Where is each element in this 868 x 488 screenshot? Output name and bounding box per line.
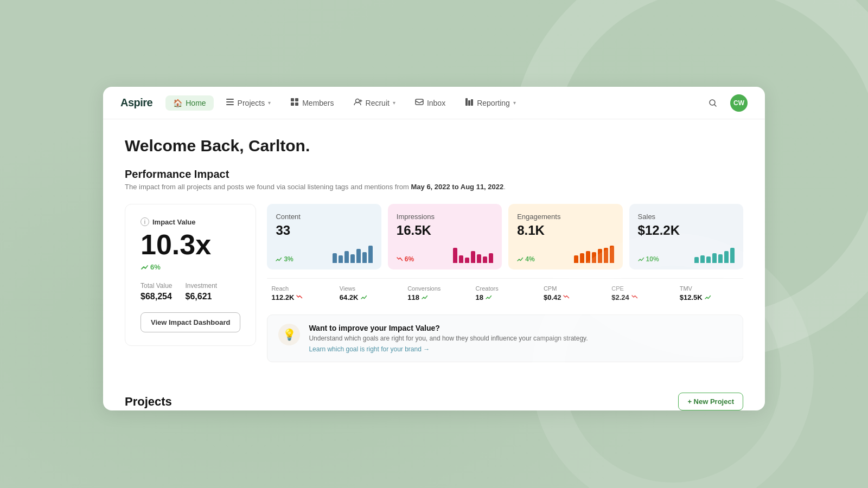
view-impact-dashboard-button[interactable]: View Impact Dashboard xyxy=(141,312,240,332)
svg-rect-11 xyxy=(471,99,473,106)
nav-projects[interactable]: Projects ▾ xyxy=(218,94,279,111)
impact-info-icon[interactable]: i xyxy=(141,217,149,226)
user-avatar[interactable]: CW xyxy=(730,94,748,112)
inbox-icon xyxy=(415,98,424,108)
reach-trend-icon xyxy=(296,294,303,301)
metric-card-content: Content 33 3% xyxy=(267,204,381,269)
content-trend: 3% xyxy=(276,255,293,263)
cpe-trend-icon xyxy=(631,294,638,301)
nav-inbox[interactable]: Inbox xyxy=(407,94,453,111)
impressions-trend: 6% xyxy=(397,255,414,263)
sales-chart xyxy=(694,243,735,263)
engagements-chart xyxy=(574,243,614,263)
impact-value-box: i Impact Value 10.3x 6% Total Value $68,… xyxy=(125,204,256,346)
impact-stats: Total Value $68,254 Investment $6,621 xyxy=(141,282,240,301)
engagements-trend: 4% xyxy=(517,255,534,263)
metric-card-impressions: Impressions 16.5K 6% xyxy=(388,204,502,269)
conversions-trend-icon xyxy=(422,294,428,301)
performance-grid: i Impact Value 10.3x 6% Total Value $68,… xyxy=(125,204,743,362)
metric-card-sales: Sales $12.2K 10% xyxy=(629,204,743,269)
impact-trend: 6% xyxy=(141,263,240,271)
reporting-icon xyxy=(465,98,474,108)
stat-creators: Creators 18 xyxy=(471,281,539,306)
members-icon xyxy=(290,98,299,108)
impressions-chart xyxy=(453,243,493,263)
stat-cpm: CPM $0.42 xyxy=(539,281,607,306)
metric-card-engagements: Engagements 8.1K 4% xyxy=(508,204,622,269)
svg-rect-9 xyxy=(465,98,468,106)
recruit-icon xyxy=(354,98,362,108)
tmv-trend-icon xyxy=(705,294,711,301)
views-trend-icon xyxy=(361,294,367,301)
svg-rect-0 xyxy=(226,99,234,100)
reporting-chevron-icon: ▾ xyxy=(513,100,516,106)
recruit-chevron-icon: ▾ xyxy=(393,100,395,106)
navbar: Aspire 🏠 Home Projects ▾ Members Recruit… xyxy=(103,87,765,119)
stat-reach: Reach 112.2K xyxy=(267,281,335,306)
projects-header: Projects + New Project xyxy=(103,380,765,410)
stat-views: Views 64.2K xyxy=(335,281,403,306)
improve-link[interactable]: Learn which goal is right for your brand… xyxy=(309,345,588,353)
stat-tmv: TMV $12.5K xyxy=(675,281,743,306)
sales-trend: 10% xyxy=(638,255,659,263)
svg-rect-1 xyxy=(226,101,234,102)
svg-rect-10 xyxy=(468,100,470,106)
section-title: Performance Impact xyxy=(125,168,743,181)
svg-rect-4 xyxy=(295,98,298,101)
creators-trend-icon xyxy=(486,294,492,301)
nav-recruit[interactable]: Recruit ▾ xyxy=(346,94,403,111)
cpm-trend-icon xyxy=(563,294,570,301)
improve-content: Want to improve your Impact Value? Under… xyxy=(309,324,588,353)
svg-rect-2 xyxy=(226,104,234,105)
improve-impact-card: 💡 Want to improve your Impact Value? Und… xyxy=(267,314,743,362)
app-logo: Aspire xyxy=(120,97,152,109)
nav-members[interactable]: Members xyxy=(283,94,341,111)
search-button[interactable] xyxy=(704,94,722,112)
svg-point-12 xyxy=(710,100,715,105)
projects-title: Projects xyxy=(125,395,172,409)
new-project-button[interactable]: + New Project xyxy=(678,393,743,410)
content-chart xyxy=(333,243,373,263)
investment-stat: Investment $6,621 xyxy=(185,282,217,301)
home-icon: 🏠 xyxy=(173,99,182,107)
impact-number: 10.3x xyxy=(141,230,240,259)
metric-cards-row: Content 33 3% xyxy=(267,204,743,269)
svg-rect-6 xyxy=(295,102,298,106)
metrics-column: Content 33 3% xyxy=(267,204,743,362)
projects-icon xyxy=(226,98,234,108)
small-stats-row: Reach 112.2K Views 64.2K xyxy=(267,278,743,306)
section-subtitle: The impact from all projects and posts w… xyxy=(125,183,743,191)
nav-reporting[interactable]: Reporting ▾ xyxy=(457,94,524,111)
stat-conversions: Conversions 118 xyxy=(403,281,471,306)
lightbulb-icon: 💡 xyxy=(278,324,300,345)
welcome-title: Welcome Back, Carlton. xyxy=(125,137,743,155)
nav-home[interactable]: 🏠 Home xyxy=(165,95,213,111)
page-content: Welcome Back, Carlton. Performance Impac… xyxy=(103,119,765,380)
total-value-stat: Total Value $68,254 xyxy=(141,282,172,301)
projects-chevron-icon: ▾ xyxy=(268,100,271,106)
stat-cpe: CPE $2.24 xyxy=(607,281,675,306)
main-card: Aspire 🏠 Home Projects ▾ Members Recruit… xyxy=(103,87,765,410)
svg-rect-3 xyxy=(291,98,294,101)
impact-label-row: i Impact Value xyxy=(141,217,240,226)
svg-rect-5 xyxy=(291,102,294,106)
